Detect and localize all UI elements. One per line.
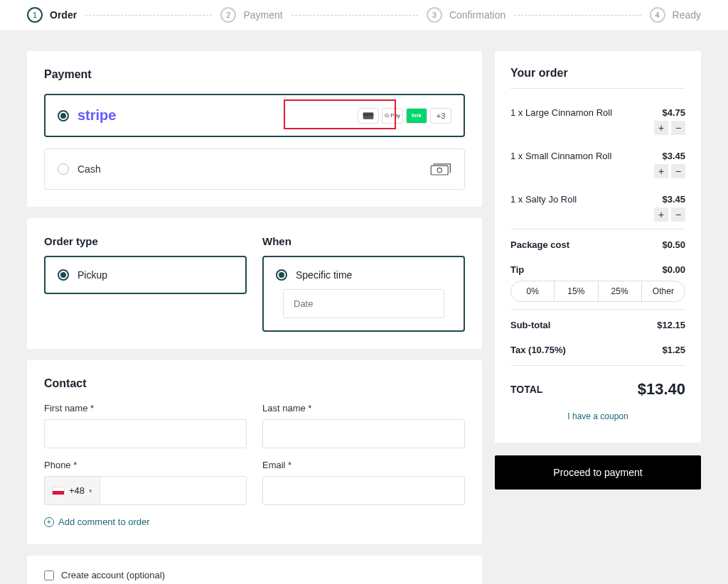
svg-point-3 (437, 168, 441, 172)
payment-card: Payment stripe G Pay link +3 Cash (27, 51, 482, 207)
subtotal-row: Sub-total $12.15 (510, 313, 685, 337)
item-price: $3.45 (662, 194, 685, 205)
tip-option-other[interactable]: Other (642, 281, 685, 301)
total-label: TOTAL (510, 384, 542, 395)
add-comment-label: Add comment to order (58, 517, 150, 527)
email-label: Email * (262, 460, 465, 470)
total-amount: $13.40 (638, 380, 685, 399)
last-name-field[interactable] (262, 419, 465, 448)
qty-decrease-button[interactable]: − (671, 207, 685, 222)
first-name-label: First name * (44, 403, 247, 413)
order-item: 1 x Small Cinnamon Roll $3.45 (510, 142, 685, 164)
date-input[interactable] (283, 289, 444, 318)
country-code-select[interactable]: +48 ▾ (44, 476, 100, 505)
qty-increase-button[interactable]: + (654, 164, 668, 178)
tax-label: Tax (10.75%) (510, 345, 566, 355)
package-cost-row: Package cost $0.50 (510, 232, 685, 257)
last-name-label: Last name * (262, 403, 465, 413)
order-item: 1 x Salty Jo Roll $3.45 (510, 185, 685, 207)
step-connector (514, 15, 641, 16)
cash-label: Cash (77, 163, 101, 175)
when-title: When (262, 235, 465, 247)
total-row: TOTAL $13.40 (510, 369, 685, 406)
contact-card: Contact First name * Last name * Phone * (27, 360, 482, 544)
flag-pl-icon (52, 487, 65, 495)
order-type-when-card: Order type Pickup When Specific time (27, 218, 482, 349)
card-icon (358, 108, 379, 124)
svg-rect-2 (431, 166, 448, 175)
when-specific-time[interactable]: Specific time (262, 256, 465, 332)
checkout-stepper: 1 Order 2 Payment 3 Confirmation 4 Ready (0, 0, 728, 30)
payment-option-stripe[interactable]: stripe G Pay link +3 (44, 94, 465, 137)
coupon-link[interactable]: I have a coupon (510, 406, 685, 427)
payment-title: Payment (44, 68, 465, 81)
phone-field[interactable] (100, 476, 247, 505)
gpay-icon: G Pay (382, 108, 403, 124)
payment-option-cash[interactable]: Cash (44, 148, 465, 190)
email-field[interactable] (262, 476, 465, 505)
chevron-down-icon: ▾ (89, 487, 92, 494)
order-item: 1 x Large Cinnamon Roll $4.75 (510, 99, 685, 121)
radio-icon (58, 110, 69, 121)
subtotal-label: Sub-total (510, 320, 550, 330)
step-label: Ready (673, 9, 701, 21)
package-value: $0.50 (662, 239, 685, 250)
tip-options: 0% 15% 25% Other (510, 281, 685, 302)
create-account-checkbox[interactable] (44, 571, 54, 580)
step-connector (85, 15, 212, 16)
step-number: 1 (27, 7, 43, 23)
package-label: Package cost (510, 239, 569, 250)
tip-row: Tip $0.00 (510, 257, 685, 281)
proceed-to-payment-button[interactable]: Proceed to payment (495, 455, 701, 490)
payment-method-icons: G Pay link +3 (358, 108, 451, 124)
step-number: 3 (427, 7, 442, 23)
tip-option-25[interactable]: 25% (599, 281, 642, 301)
stripe-logo: stripe (77, 107, 116, 124)
tip-label: Tip (510, 264, 524, 275)
qty-decrease-button[interactable]: − (671, 164, 685, 178)
radio-icon (276, 269, 287, 281)
step-confirmation[interactable]: 3 Confirmation (427, 7, 505, 23)
step-payment[interactable]: 2 Payment (220, 7, 282, 23)
country-code-value: +48 (69, 485, 85, 496)
step-ready[interactable]: 4 Ready (650, 7, 701, 23)
item-price: $4.75 (662, 107, 685, 118)
plus-circle-icon: + (44, 517, 54, 527)
contact-title: Contact (44, 377, 465, 390)
step-connector (291, 15, 418, 16)
svg-rect-1 (363, 114, 374, 115)
order-summary-title: Your order (510, 67, 685, 89)
item-name: 1 x Small Cinnamon Roll (510, 151, 611, 161)
item-price: $3.45 (662, 151, 685, 161)
tax-row: Tax (10.75%) $1.25 (510, 337, 685, 362)
svg-rect-0 (363, 112, 374, 119)
qty-increase-button[interactable]: + (654, 207, 668, 222)
step-number: 4 (650, 7, 665, 23)
qty-decrease-button[interactable]: − (671, 121, 685, 135)
tip-option-15[interactable]: 15% (555, 281, 598, 301)
radio-icon (58, 269, 69, 281)
optins-card: Create account (optional) I want to rece… (27, 556, 482, 584)
step-order[interactable]: 1 Order (27, 7, 77, 23)
add-comment-link[interactable]: + Add comment to order (44, 517, 465, 527)
step-number: 2 (220, 7, 236, 23)
link-icon: link (406, 108, 427, 124)
item-name: 1 x Salty Jo Roll (510, 194, 577, 205)
specific-time-label: Specific time (296, 269, 352, 281)
order-type-pickup[interactable]: Pickup (44, 256, 247, 294)
order-type-title: Order type (44, 235, 247, 247)
item-name: 1 x Large Cinnamon Roll (510, 107, 612, 118)
tip-option-0[interactable]: 0% (511, 281, 555, 301)
step-label: Confirmation (449, 9, 505, 21)
step-label: Order (50, 9, 77, 21)
subtotal-value: $12.15 (657, 320, 685, 330)
step-label: Payment (243, 9, 282, 21)
first-name-field[interactable] (44, 419, 247, 448)
create-account-label: Create account (optional) (61, 570, 165, 580)
qty-increase-button[interactable]: + (654, 121, 668, 135)
cash-icon (429, 162, 451, 176)
create-account-row[interactable]: Create account (optional) (44, 570, 465, 580)
radio-icon (58, 163, 69, 175)
phone-label: Phone * (44, 460, 247, 470)
pickup-label: Pickup (77, 269, 107, 281)
